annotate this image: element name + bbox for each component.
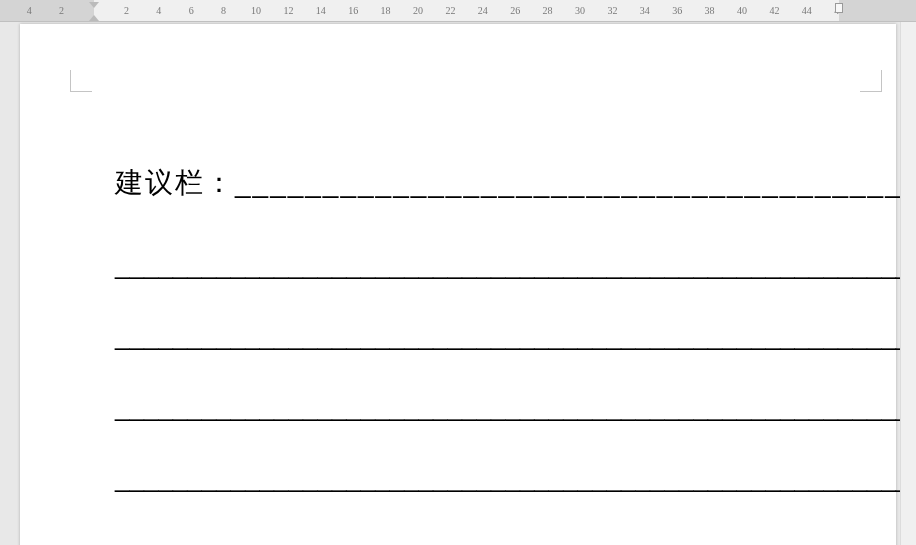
heading-line[interactable]: 建议栏：____________________________________… [115, 164, 791, 202]
heading-underline: ________________________________________… [235, 167, 916, 198]
workspace-background: 建议栏：____________________________________… [0, 22, 916, 545]
ruler-tick: 14 [313, 0, 329, 21]
ruler-tick: 28 [540, 0, 556, 21]
ruler-tick: 16 [345, 0, 361, 21]
margin-corner-top-right [860, 70, 882, 92]
blank-line[interactable]: ________________________________________… [115, 250, 791, 281]
ruler-left-margin [0, 0, 94, 21]
ruler-tick: 18 [378, 0, 394, 21]
blank-line[interactable]: ________________________________________… [115, 321, 791, 352]
first-line-indent-marker[interactable] [89, 2, 99, 8]
document-body[interactable]: 建议栏：____________________________________… [115, 164, 791, 494]
horizontal-ruler[interactable]: 4224681012141618202224262830323436384042… [0, 0, 916, 22]
ruler-tick: 38 [702, 0, 718, 21]
ruler-tick: 8 [216, 0, 232, 21]
ruler-tick: 32 [604, 0, 620, 21]
ruler-tick: 26 [507, 0, 523, 21]
ruler-tick: 34 [637, 0, 653, 21]
heading-label: 建议栏： [115, 167, 235, 198]
blank-line[interactable]: ________________________________________… [115, 392, 791, 423]
document-page[interactable]: 建议栏：____________________________________… [20, 24, 896, 545]
ruler-tick: 4 [151, 0, 167, 21]
ruler-tick: 20 [410, 0, 426, 21]
hanging-indent-marker[interactable] [89, 15, 99, 21]
ruler-tick: 6 [183, 0, 199, 21]
right-margin-marker[interactable] [835, 3, 843, 13]
vertical-scrollbar[interactable] [900, 22, 916, 545]
ruler-tick: 22 [442, 0, 458, 21]
margin-corner-top-left [70, 70, 92, 92]
ruler-tick: 44 [799, 0, 815, 21]
ruler-tick: 4 [21, 0, 37, 21]
ruler-tick: 42 [766, 0, 782, 21]
ruler-tick: 2 [54, 0, 70, 21]
ruler-inner: 4224681012141618202224262830323436384042… [0, 0, 916, 21]
ruler-tick: 12 [280, 0, 296, 21]
blank-line[interactable]: ________________________________________… [115, 463, 791, 494]
ruler-right-margin [839, 0, 916, 21]
ruler-tick: 2 [118, 0, 134, 21]
ruler-tick: 10 [248, 0, 264, 21]
ruler-tick: 30 [572, 0, 588, 21]
ruler-tick: 36 [669, 0, 685, 21]
ruler-tick: 40 [734, 0, 750, 21]
ruler-tick: 24 [475, 0, 491, 21]
